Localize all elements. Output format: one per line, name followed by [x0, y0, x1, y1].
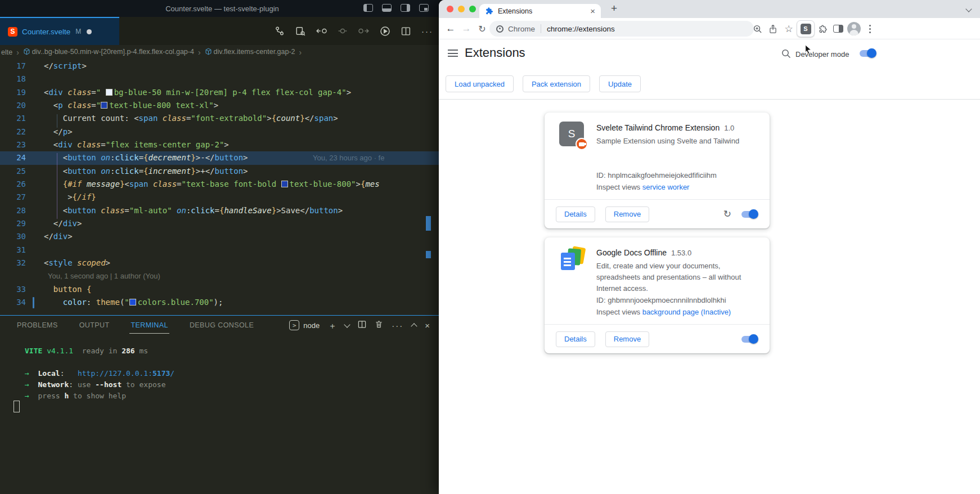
- line-number: 17: [0, 60, 32, 73]
- line-number: [0, 270, 32, 282]
- code-line[interactable]: 20 <p class="text-blue-800 text-xl">: [0, 99, 444, 112]
- header-divider: [439, 99, 980, 100]
- tab-extensions[interactable]: Extensions ×: [479, 4, 601, 18]
- window-title: Counter.svelte — test-svelte-plugin: [165, 5, 279, 13]
- toggle-sidebar-icon[interactable]: [363, 4, 373, 12]
- reload-extension-icon[interactable]: ↻: [723, 208, 731, 220]
- new-terminal-icon[interactable]: ＋: [328, 321, 336, 330]
- google-docs-icon: [559, 246, 586, 273]
- developer-mode-toggle[interactable]: [860, 48, 876, 58]
- panel-more-icon[interactable]: ···: [392, 321, 403, 330]
- details-button[interactable]: Details: [556, 206, 595, 222]
- zoom-window-light[interactable]: [469, 6, 476, 12]
- menu-hamburger-icon[interactable]: [448, 50, 458, 57]
- remove-button[interactable]: Remove: [605, 206, 649, 222]
- panel-tab-terminal[interactable]: TERMINAL: [129, 317, 169, 334]
- search-icon[interactable]: [781, 48, 791, 61]
- back-icon[interactable]: ←: [443, 18, 458, 39]
- panel-tab-debug-console[interactable]: DEBUG CONSOLE: [188, 317, 255, 333]
- breadcrumb-symbol-1[interactable]: div..bg-blue-50.min-w-[20rem].p-4.flex.f…: [23, 48, 194, 57]
- code-line[interactable]: 22 </p>: [0, 125, 444, 138]
- code-line[interactable]: 32<style scoped>: [0, 257, 444, 270]
- kill-terminal-icon[interactable]: [375, 320, 383, 331]
- pinned-extension-button[interactable]: S: [797, 20, 815, 37]
- inspect-views-link[interactable]: service worker: [642, 183, 690, 191]
- chrome-menu-icon[interactable]: [862, 18, 878, 39]
- code-line[interactable]: 34 color: theme("colors.blue.700");: [0, 296, 444, 309]
- code-line[interactable]: 27 >{/if}: [0, 191, 444, 204]
- source-control-graph-icon[interactable]: [275, 26, 285, 36]
- minimize-window-light[interactable]: [458, 6, 465, 12]
- load-unpacked-button[interactable]: Load unpacked: [446, 75, 514, 92]
- extension-cards: SSvelete Tailwind Chrome Extension1.0Sam…: [545, 113, 770, 362]
- code-line[interactable]: 29 </div>: [0, 217, 444, 230]
- more-actions-icon[interactable]: ···: [421, 26, 433, 36]
- details-button[interactable]: Details: [556, 331, 595, 347]
- line-number: 27: [0, 191, 32, 204]
- inspect-views-link[interactable]: background page (Inactive): [642, 308, 731, 316]
- tab-counter-svelte[interactable]: S Counter.svelte M: [0, 17, 119, 45]
- pack-extension-button[interactable]: Pack extension: [523, 75, 590, 92]
- line-number: 22: [0, 125, 32, 138]
- tab-list-chevron-icon[interactable]: [965, 6, 972, 12]
- address-bar[interactable]: Chrome chrome://extensions: [489, 21, 754, 37]
- side-panel-icon[interactable]: [830, 18, 846, 39]
- extension-enabled-toggle[interactable]: [741, 334, 758, 344]
- code-line[interactable]: 31: [0, 244, 444, 257]
- reload-icon[interactable]: ↻: [475, 18, 489, 39]
- code-line[interactable]: 28 <button class="ml-auto" on:click={han…: [0, 204, 444, 217]
- panel-tab-output[interactable]: OUTPUT: [78, 317, 111, 333]
- close-panel-icon[interactable]: ×: [425, 321, 430, 330]
- close-tab-icon[interactable]: ×: [590, 7, 595, 15]
- maximize-panel-icon[interactable]: [411, 323, 417, 329]
- profile-avatar[interactable]: [846, 18, 862, 39]
- terminal-instance[interactable]: > node: [289, 320, 320, 330]
- remove-button[interactable]: Remove: [605, 331, 649, 347]
- puzzle-favicon-icon: [485, 7, 493, 15]
- terminal-output[interactable]: VITE v4.1.1 ready in 286 ms→ Local: http…: [25, 345, 174, 402]
- code-line[interactable]: 26 {#if message}<span class="text-base f…: [0, 178, 444, 191]
- panel-tab-problems[interactable]: PROBLEMS: [16, 317, 59, 333]
- bookmark-star-icon[interactable]: ☆: [781, 18, 797, 39]
- terminal-dropdown-icon[interactable]: [344, 321, 350, 327]
- vscode-window: Counter.svelte — test-svelte-plugin S Co…: [0, 0, 444, 494]
- inspect-views-label: Inspect views: [596, 308, 642, 316]
- code-line[interactable]: 25 <button on:click={increment}>+</butto…: [0, 165, 444, 178]
- extension-name: Google Docs Offline: [596, 248, 667, 257]
- extensions-puzzle-icon[interactable]: [815, 18, 830, 39]
- code-line[interactable]: 30</div>: [0, 230, 444, 243]
- toggle-secondary-sidebar-icon[interactable]: [401, 4, 410, 12]
- terminal-icon: >: [289, 320, 299, 330]
- code-line[interactable]: 24 <button on:click={decrement}>-</butto…: [0, 151, 444, 164]
- share-icon[interactable]: [765, 18, 781, 39]
- color-swatch-icon: [281, 181, 288, 187]
- indent-guide: [57, 114, 57, 128]
- update-button[interactable]: Update: [599, 75, 641, 92]
- forward-icon[interactable]: →: [459, 18, 474, 39]
- code-editor[interactable]: 17</script>1819<div class=" bg-blue-50 m…: [0, 60, 444, 315]
- code-line[interactable]: 23 <div class="flex items-center gap-2">: [0, 138, 444, 151]
- run-icon[interactable]: [380, 26, 390, 37]
- toggle-panel-icon[interactable]: [382, 4, 392, 12]
- line-number: 30: [0, 230, 32, 243]
- customize-layout-icon[interactable]: [419, 4, 429, 12]
- open-preview-icon[interactable]: [295, 26, 305, 36]
- breadcrumb-file[interactable]: elte: [1, 48, 12, 56]
- code-line[interactable]: 19<div class=" bg-blue-50 min-w-[20rem] …: [0, 86, 444, 99]
- nav-forward-icon[interactable]: [358, 26, 369, 36]
- new-tab-icon[interactable]: +: [611, 2, 617, 15]
- code-line[interactable]: 33 button {: [0, 283, 444, 296]
- breadcrumb-symbol-2[interactable]: div.flex.items-center.gap-2: [205, 48, 295, 57]
- extension-enabled-toggle[interactable]: [741, 209, 758, 219]
- close-window-light[interactable]: [447, 6, 453, 12]
- zoom-icon[interactable]: [749, 18, 765, 39]
- code-line[interactable]: 21 Current count: <span class="font-extr…: [0, 112, 444, 125]
- code-line[interactable]: 18: [0, 73, 444, 86]
- nav-point-icon[interactable]: [338, 26, 347, 36]
- split-editor-icon[interactable]: [401, 26, 411, 36]
- nav-back-icon[interactable]: [316, 26, 327, 36]
- code-line[interactable]: You, 1 second ago | 1 author (You): [0, 270, 444, 282]
- split-terminal-icon[interactable]: [358, 320, 366, 331]
- line-number: 31: [0, 244, 32, 257]
- code-line[interactable]: 17</script>: [0, 60, 444, 73]
